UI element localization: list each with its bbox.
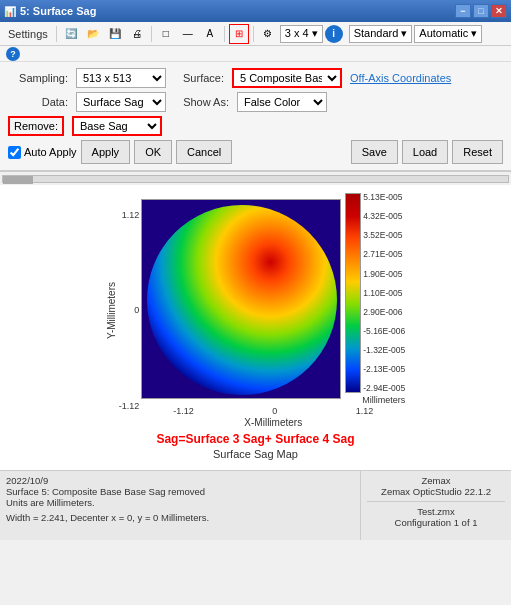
colorbar-label-4: 1.90E-005 — [363, 270, 405, 279]
controls-row-1: Sampling: 513 x 513 Surface: 5 Composite… — [8, 68, 503, 88]
colorbar-label-0: 5.13E-005 — [363, 193, 405, 202]
colorbar-label-9: -2.13E-005 — [363, 365, 405, 374]
scroll-thumb[interactable] — [3, 176, 33, 184]
colorbar-label-2: 3.52E-005 — [363, 231, 405, 240]
colorbar: 5.13E-005 4.32E-005 3.52E-005 2.71E-005 … — [345, 193, 405, 405]
toolbar-btn-text[interactable]: A — [200, 24, 220, 44]
chart-circle — [147, 205, 337, 395]
colorbar-label-7: -5.16E-006 — [363, 327, 405, 336]
auto-apply-checkbox[interactable] — [8, 146, 21, 159]
bottom-right: Zemax Zemax OpticStudio 22.1.2 Test.zmx … — [361, 471, 511, 540]
surface-label: Surface: — [174, 72, 224, 84]
reset-button[interactable]: Reset — [452, 140, 503, 164]
toolbar-sep-4 — [253, 26, 254, 42]
horizontal-scrollbar[interactable] — [0, 171, 511, 185]
toolbar-btn-line[interactable]: — — [178, 24, 198, 44]
bottom-info: 2022/10/9 Surface 5: Composite Base Base… — [0, 470, 511, 540]
chart-main: 5.13E-005 4.32E-005 3.52E-005 2.71E-005 … — [141, 193, 405, 428]
toolbar-btn-save[interactable]: 💾 — [105, 24, 125, 44]
colorbar-unit: Millimeters — [362, 395, 405, 405]
configuration: Configuration 1 of 1 — [367, 517, 505, 528]
bottom-right-bottom: Test.zmx Configuration 1 of 1 — [367, 501, 505, 528]
zemax-version: Zemax OpticStudio 22.1.2 — [367, 486, 505, 497]
data-select[interactable]: Surface Sag — [76, 92, 166, 112]
chart-canvas — [141, 199, 341, 399]
title-bar: 📊 5: Surface Sag − □ ✕ — [0, 0, 511, 22]
window-icon: 📊 — [4, 6, 16, 17]
y-ticks: 1.12 0 -1.12 — [119, 211, 140, 411]
zemax-brand: Zemax — [367, 475, 505, 486]
scroll-track[interactable] — [2, 175, 509, 183]
apply-button[interactable]: Apply — [81, 140, 131, 164]
colorbar-label-8: -1.32E-005 — [363, 346, 405, 355]
colorbar-labels: 5.13E-005 4.32E-005 3.52E-005 2.71E-005 … — [363, 193, 405, 393]
close-button[interactable]: ✕ — [491, 4, 507, 18]
colorbar-label-6: 2.90E-006 — [363, 308, 405, 317]
controls-row-3: Remove: Base Sag — [8, 116, 503, 136]
sampling-dropdown[interactable]: 3 x 4 ▾ — [280, 25, 323, 43]
chart-container: Y-Millimeters 1.12 0 -1.12 5.13E-005 — [106, 193, 406, 428]
file-name: Test.zmx — [367, 506, 505, 517]
toolbar-sep-3 — [224, 26, 225, 42]
bottom-left: 2022/10/9 Surface 5: Composite Base Base… — [0, 471, 361, 540]
colorbar-bar — [345, 193, 361, 393]
automatic-dropdown[interactable]: Automatic ▾ — [414, 25, 482, 43]
bottom-right-top: Zemax Zemax OpticStudio 22.1.2 — [367, 475, 505, 497]
auto-apply-label[interactable]: Auto Apply — [8, 146, 77, 159]
toolbar-btn-info[interactable]: i — [325, 25, 343, 43]
x-axis-label: X-Millimeters — [244, 417, 302, 428]
toolbar-btn-print[interactable]: 🖨 — [127, 24, 147, 44]
toolbar-btn-select[interactable]: □ — [156, 24, 176, 44]
surface-select[interactable]: 5 Composite Bas — [232, 68, 342, 88]
help-icon[interactable]: ? — [6, 47, 20, 61]
maximize-button[interactable]: □ — [473, 4, 489, 18]
sampling-label: Sampling: — [8, 72, 68, 84]
chart-title: Surface Sag Map — [213, 448, 298, 460]
bottom-units: Units are Millimeters. — [6, 497, 354, 508]
remove-label: Remove: — [14, 120, 58, 132]
toolbar-btn-open[interactable]: 📂 — [83, 24, 103, 44]
colorbar-label-10: -2.94E-005 — [363, 384, 405, 393]
title-bar-left: 📊 5: Surface Sag — [4, 5, 96, 17]
toolbar-btn-grid[interactable]: ⊞ — [229, 24, 249, 44]
toolbar-btn-settings2[interactable]: ⚙ — [258, 24, 278, 44]
help-row: ? — [0, 46, 511, 62]
remove-label-box: Remove: — [8, 116, 64, 136]
bottom-width: Width = 2.241, Decenter x = 0, y = 0 Mil… — [6, 512, 354, 523]
colorbar-label-1: 4.32E-005 — [363, 212, 405, 221]
toolbar-sep-2 — [151, 26, 152, 42]
cancel-button[interactable]: Cancel — [176, 140, 232, 164]
title-bar-controls: − □ ✕ — [455, 4, 507, 18]
ok-button[interactable]: OK — [134, 140, 172, 164]
toolbar-btn-refresh[interactable]: 🔄 — [61, 24, 81, 44]
y-tick-mid: 0 — [134, 306, 139, 315]
showas-select[interactable]: False Color — [237, 92, 327, 112]
x-tick-min: -1.12 — [173, 407, 194, 416]
x-ticks: -1.12 0 1.12 — [173, 407, 373, 416]
controls-row-2: Data: Surface Sag Show As: False Color — [8, 92, 503, 112]
y-axis-label: Y-Millimeters — [106, 282, 117, 339]
y-tick-max: 1.12 — [122, 211, 140, 220]
remove-select[interactable]: Base Sag — [72, 116, 162, 136]
x-tick-mid: 0 — [272, 407, 277, 416]
data-label: Data: — [8, 96, 68, 108]
minimize-button[interactable]: − — [455, 4, 471, 18]
load-button[interactable]: Load — [402, 140, 448, 164]
chart-with-colorbar: 5.13E-005 4.32E-005 3.52E-005 2.71E-005 … — [141, 193, 405, 405]
save-button[interactable]: Save — [351, 140, 398, 164]
sampling-select[interactable]: 513 x 513 — [76, 68, 166, 88]
action-row: Auto Apply Apply OK Cancel Save Load Res… — [8, 140, 503, 164]
btn-group-right: Save Load Reset — [351, 140, 503, 164]
standard-dropdown[interactable]: Standard ▾ — [349, 25, 413, 43]
x-axis-row: -1.12 0 1.12 X-Millimeters — [141, 407, 405, 428]
bottom-surface: Surface 5: Composite Base Base Sag remov… — [6, 486, 354, 497]
x-tick-max: 1.12 — [356, 407, 374, 416]
y-tick-min: -1.12 — [119, 402, 140, 411]
off-axis-link[interactable]: Off-Axis Coordinates — [350, 72, 451, 84]
colorbar-inner: 5.13E-005 4.32E-005 3.52E-005 2.71E-005 … — [345, 193, 405, 393]
controls-area: Sampling: 513 x 513 Surface: 5 Composite… — [0, 62, 511, 171]
auto-apply-text: Auto Apply — [24, 146, 77, 158]
chart-area: Y-Millimeters 1.12 0 -1.12 5.13E-005 — [0, 185, 511, 470]
settings-label: Settings — [4, 28, 52, 40]
sag-formula: Sag=Surface 3 Sag+ Surface 4 Sag — [156, 432, 354, 446]
